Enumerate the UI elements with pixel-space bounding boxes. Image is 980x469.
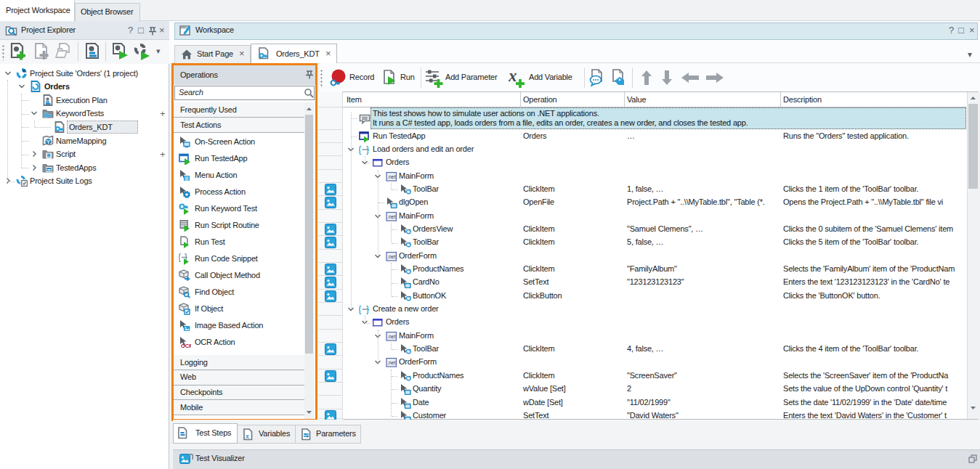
svg-text:x: x bbox=[245, 432, 249, 440]
svg-text:{: { bbox=[359, 303, 362, 314]
svg-text:.net: .net bbox=[387, 253, 395, 258]
svg-text:x: x bbox=[509, 69, 517, 85]
svg-text:.net: .net bbox=[387, 334, 395, 339]
svg-text:.net: .net bbox=[387, 360, 395, 365]
svg-text:.net: .net bbox=[387, 213, 395, 219]
svg-text:.net: .net bbox=[387, 174, 395, 179]
svg-text:{: { bbox=[359, 144, 362, 155]
svg-text:OCR: OCR bbox=[181, 343, 191, 348]
svg-text:{: { bbox=[179, 253, 181, 262]
